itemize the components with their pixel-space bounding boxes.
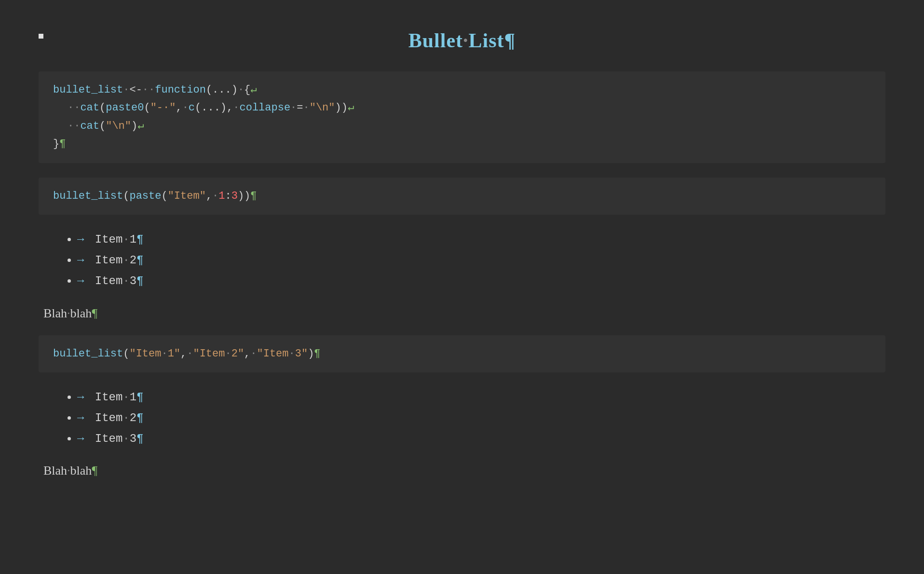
code-line-1: bullet_list·<-··function(...)·{↵ bbox=[53, 81, 871, 99]
list-item: → Item·3¶ bbox=[77, 428, 885, 449]
code-block-paste-call: bullet_list(paste("Item",·1:3))¶ bbox=[39, 178, 885, 215]
arrow-icon: → bbox=[77, 274, 84, 287]
code-block-function-definition: bullet_list·<-··function(...)·{↵ ··cat(p… bbox=[39, 71, 885, 163]
code-line-paste: bullet_list(paste("Item",·1:3))¶ bbox=[53, 187, 871, 205]
item-text: Item·3 bbox=[95, 432, 136, 445]
arrow-icon: → bbox=[77, 432, 84, 445]
item-text: Item·2 bbox=[95, 254, 136, 267]
code-block-strings-call: bullet_list("Item·1",·"Item·2",·"Item·3"… bbox=[39, 335, 885, 372]
arrow-icon: → bbox=[77, 254, 84, 267]
blah-text-1: Blah·blah¶ bbox=[39, 306, 885, 321]
code-line-3: ··cat("\n")↵ bbox=[53, 117, 871, 135]
bullet-list-1: → Item·1¶ → Item·2¶ → Item·3¶ bbox=[39, 229, 885, 292]
list-item: → Item·3¶ bbox=[77, 271, 885, 291]
list-item: → Item·1¶ bbox=[77, 387, 885, 408]
bullet-list-2: → Item·1¶ → Item·2¶ → Item·3¶ bbox=[39, 387, 885, 450]
list-item: → Item·2¶ bbox=[77, 408, 885, 428]
item-text: Item·1 bbox=[95, 233, 136, 246]
list-item: → Item·2¶ bbox=[77, 250, 885, 271]
page-container: Bullet·List¶ bullet_list·<-··function(..… bbox=[0, 0, 924, 574]
small-square-indicator bbox=[39, 34, 43, 39]
code-line-4: }¶ bbox=[53, 135, 871, 153]
arrow-icon: → bbox=[77, 233, 84, 246]
arrow-icon: → bbox=[77, 391, 84, 404]
code-line-strings: bullet_list("Item·1",·"Item·2",·"Item·3"… bbox=[53, 345, 871, 363]
item-text: Item·2 bbox=[95, 411, 136, 424]
list-item: → Item·1¶ bbox=[77, 229, 885, 250]
item-text: Item·3 bbox=[95, 274, 136, 287]
page-title: Bullet·List¶ bbox=[39, 29, 885, 52]
blah-text-2: Blah·blah¶ bbox=[39, 464, 885, 478]
arrow-icon: → bbox=[77, 411, 84, 424]
code-line-2: ··cat(paste0("-·",·c(...),·collapse·=·"\… bbox=[53, 99, 871, 117]
item-text: Item·1 bbox=[95, 391, 136, 404]
